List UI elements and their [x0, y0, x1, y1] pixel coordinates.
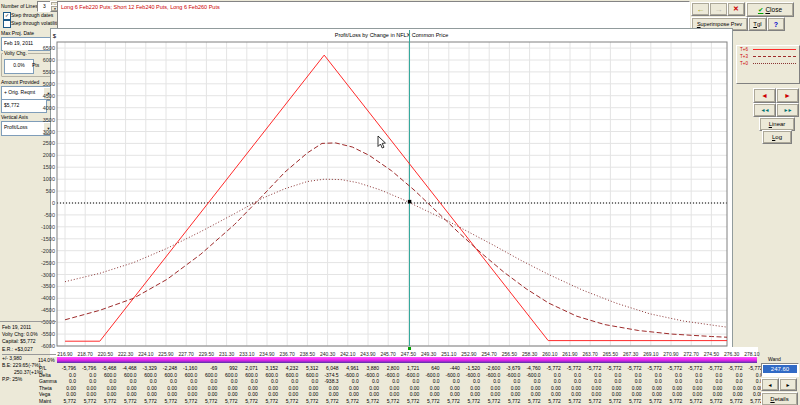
- number-of-lines-label: Number of Lines: [1, 3, 38, 9]
- step-dates-checkbox[interactable]: ✓: [3, 12, 11, 20]
- step-vols-checkbox[interactable]: [3, 20, 11, 28]
- step-vols-label: Step through volatilities: [11, 20, 63, 26]
- vertical-axis-label: Vertical Axis: [1, 114, 28, 120]
- next-arrow-icon: ►: [784, 92, 791, 99]
- tgl-button[interactable]: Tgl: [748, 17, 767, 31]
- summary-breakeven-1: B.E: 229.65(-7%): [2, 362, 56, 369]
- table-cell: 0.0: [737, 372, 763, 378]
- legend-entry-T+0: T+0: [737, 60, 799, 67]
- fast-prev-icon: ◄◄: [761, 107, 769, 113]
- linear-label: Linear: [769, 121, 786, 127]
- wand-input[interactable]: 247.60: [761, 363, 799, 377]
- table-row-label: Vega: [39, 391, 50, 397]
- wand-label: Wand: [768, 356, 781, 362]
- table-cell: 5,772: [737, 398, 763, 404]
- fast-prev-button[interactable]: ◄◄: [753, 103, 776, 117]
- superimpose-label: Superimpose Prev: [697, 21, 742, 27]
- details-button[interactable]: Details: [761, 392, 798, 405]
- table-cell: -5,772: [737, 365, 763, 371]
- details-label: Details: [770, 396, 788, 402]
- summary-divider: [0, 321, 56, 322]
- log-label: Log: [772, 134, 782, 140]
- max-proj-date-input[interactable]: Feb 19, 2011: [1, 37, 52, 51]
- fast-next-icon: ►►: [784, 107, 792, 113]
- strategy-title-box: Long 6 Feb220 Puts; Short 12 Feb240 Puts…: [57, 1, 690, 29]
- help-icon: ?: [774, 21, 778, 28]
- volty-chg-input[interactable]: 0.0%: [4, 59, 34, 74]
- summary-capital: Capital: $5,772: [2, 338, 56, 345]
- graphic-analysis-window: { "top_bar": { "number_of_lines_label": …: [0, 0, 800, 405]
- linear-button[interactable]: Linear: [759, 117, 795, 131]
- table-cell: 0.00: [737, 391, 763, 397]
- vertical-axis-value: Profit/Loss: [4, 124, 28, 130]
- volty-chg-label: Volty Chg.: [3, 50, 28, 56]
- summary-volty: Volty Chg: 0.0%: [2, 331, 56, 338]
- table-cell: 0.00: [737, 385, 763, 391]
- wand-prev-icon: ◄: [768, 382, 773, 388]
- log-button[interactable]: Log: [762, 130, 792, 144]
- amount-provided-value: + Orig. Reqmt: [4, 89, 35, 95]
- legend-entry-T+6: T+6: [737, 46, 799, 53]
- fast-next-button[interactable]: ►►: [776, 103, 799, 117]
- chart-window: Profit/Loss by Change in NFLX Common Pri…: [50, 28, 733, 349]
- forward-button[interactable]: →: [709, 2, 728, 16]
- next-date-button[interactable]: ►: [776, 88, 799, 103]
- chart-legend: T+6T+3T+0: [736, 45, 800, 84]
- x-axis-strip: [50, 347, 758, 357]
- summary-er: E.R.: +$3,027: [2, 346, 56, 353]
- close-label: Close: [765, 6, 782, 13]
- back-button[interactable]: ←: [691, 2, 710, 16]
- close-check-icon: ✔: [758, 6, 763, 14]
- vertical-axis-select[interactable]: Profit/Loss ▼: [1, 121, 55, 136]
- chart-title: Profit/Loss by Change in NFLX Common Pri…: [51, 29, 732, 38]
- amount-provided-label: Amount Provided: [1, 79, 39, 85]
- wand-value: 247.60: [763, 365, 797, 373]
- step-dates-label: Step through dates: [11, 12, 53, 18]
- max-proj-date-label: Max Proj. Date: [1, 30, 34, 36]
- wand-next-icon: ►: [786, 382, 791, 388]
- forward-icon: →: [715, 5, 723, 14]
- strategy-title: Long 6 Feb220 Puts; Short 12 Feb240 Puts…: [58, 2, 689, 13]
- prev-date-button[interactable]: ◄: [753, 88, 776, 103]
- close-button[interactable]: ✔ Close: [746, 2, 794, 17]
- summary-date: Feb 19, 2011: [2, 324, 56, 331]
- table-cell: 0.0: [737, 378, 763, 384]
- legend-entry-T+3: T+3: [737, 53, 799, 60]
- prev-arrow-icon: ◄: [761, 92, 768, 99]
- amount-provided-amount[interactable]: $5,772: [1, 99, 47, 113]
- tgl-label: Tgl: [753, 21, 761, 27]
- table-row-label: Delta: [39, 372, 51, 378]
- help-button[interactable]: ?: [767, 17, 785, 31]
- table-row-label: P/L: [39, 365, 47, 371]
- back-icon: ←: [697, 5, 705, 14]
- volty-chg-units: Pts: [32, 62, 39, 68]
- axis-scale-label: 114.0%: [38, 357, 55, 363]
- horizontal-scrollbar[interactable]: [57, 357, 757, 363]
- delete-icon: ✕: [733, 5, 739, 13]
- delete-button[interactable]: ✕: [727, 2, 745, 16]
- wand-prev-button[interactable]: ◄: [761, 378, 779, 391]
- wand-next-button[interactable]: ►: [779, 378, 797, 391]
